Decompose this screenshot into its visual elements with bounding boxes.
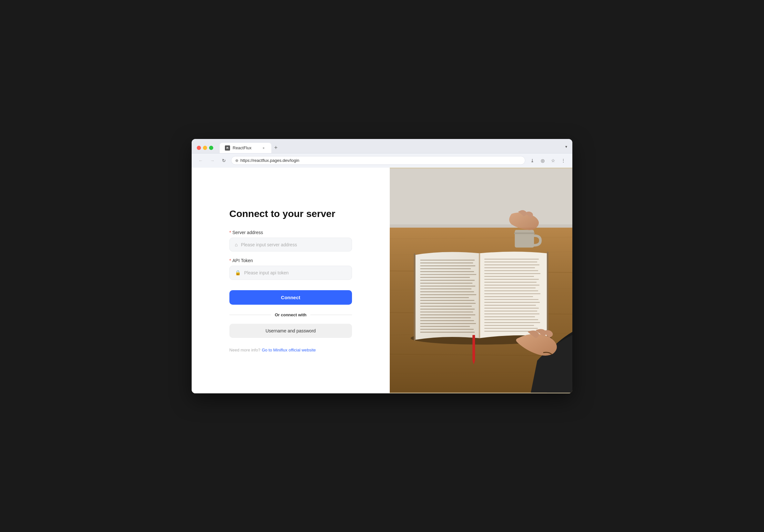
api-token-field: * API Token 🔒	[229, 258, 352, 280]
address-bar[interactable]: ⊕ https://reactflux.pages.dev/login	[231, 156, 525, 165]
svg-rect-47	[484, 282, 536, 282]
svg-rect-53	[484, 299, 538, 300]
svg-rect-55	[484, 305, 536, 305]
form-title: Connect to your server	[229, 208, 352, 219]
svg-rect-43	[484, 270, 538, 271]
url-display: https://reactflux.pages.dev/login	[240, 158, 299, 163]
svg-rect-42	[484, 267, 535, 268]
svg-rect-65	[472, 335, 475, 360]
traffic-light-green[interactable]	[209, 146, 213, 150]
browser-titlebar: R ReactFlux × + ▾	[192, 139, 572, 153]
divider-text: Or connect with	[275, 313, 306, 317]
svg-rect-60	[484, 319, 538, 320]
background-image	[390, 168, 572, 393]
svg-rect-49	[484, 287, 536, 288]
tab-bar: R ReactFlux × +	[220, 143, 563, 153]
lock-icon: 🔒	[235, 270, 241, 276]
svg-rect-63	[484, 328, 538, 329]
svg-rect-45	[484, 276, 534, 277]
api-token-input-wrapper[interactable]: 🔒	[229, 266, 352, 280]
tab-favicon: R	[225, 145, 230, 151]
svg-rect-58	[484, 314, 539, 314]
forward-button[interactable]: →	[208, 156, 217, 165]
server-address-label: * Server address	[229, 230, 352, 235]
tab-close-button[interactable]: ×	[261, 145, 266, 151]
star-icon[interactable]: ☆	[548, 156, 557, 165]
divider-line-right	[310, 315, 352, 315]
username-password-button[interactable]: Username and password	[229, 324, 352, 338]
security-icon: ⊕	[235, 158, 239, 163]
svg-rect-50	[484, 290, 538, 291]
svg-rect-68	[514, 232, 535, 234]
reload-button[interactable]: ↻	[219, 156, 228, 165]
browser-dropdown[interactable]: ▾	[565, 144, 567, 152]
tab-title: ReactFlux	[233, 145, 259, 150]
svg-rect-46	[484, 279, 539, 280]
svg-rect-52	[484, 296, 533, 297]
footer: Need more info? Go to Miniflux official …	[229, 347, 352, 353]
eye-off-icon[interactable]: ◎	[538, 156, 547, 165]
svg-rect-62	[484, 325, 534, 326]
connect-button[interactable]: Connect	[229, 290, 352, 305]
browser-chrome: R ReactFlux × + ▾ ← → ↻ ⊕ https://reactf…	[192, 139, 572, 168]
download-icon[interactable]: ⤓	[528, 156, 537, 165]
required-star-api: *	[229, 258, 231, 263]
new-tab-button[interactable]: +	[271, 144, 281, 153]
svg-rect-69	[390, 168, 572, 228]
login-form-container: Connect to your server * Server address …	[229, 208, 352, 353]
browser-toolbar: ← → ↻ ⊕ https://reactflux.pages.dev/logi…	[192, 153, 572, 168]
svg-rect-44	[484, 273, 540, 274]
back-button[interactable]: ←	[196, 156, 205, 165]
svg-rect-51	[484, 293, 540, 294]
divider-row: Or connect with	[229, 313, 352, 317]
svg-rect-39	[484, 259, 539, 259]
server-address-input[interactable]	[241, 242, 346, 247]
browser-tab-active[interactable]: R ReactFlux ×	[220, 143, 271, 153]
home-icon: ⌂	[235, 242, 238, 247]
traffic-light-red[interactable]	[197, 146, 201, 150]
traffic-lights	[197, 146, 213, 150]
api-token-input[interactable]	[244, 270, 346, 275]
miniflux-link[interactable]: Go to Miniflux official website	[262, 347, 315, 352]
svg-rect-57	[484, 311, 537, 311]
toolbar-actions: ⤓ ◎ ☆ ⋮	[528, 156, 568, 165]
traffic-light-yellow[interactable]	[203, 146, 207, 150]
svg-rect-61	[484, 322, 540, 323]
svg-rect-54	[484, 302, 540, 303]
menu-icon[interactable]: ⋮	[559, 156, 568, 165]
api-token-label: * API Token	[229, 258, 352, 263]
server-address-field: * Server address ⌂	[229, 230, 352, 251]
svg-rect-56	[484, 308, 539, 308]
server-label-text: Server address	[232, 230, 263, 235]
svg-rect-40	[484, 261, 537, 262]
api-label-text: API Token	[232, 258, 253, 263]
photo-scene	[390, 168, 572, 393]
page-content: Connect to your server * Server address …	[192, 168, 572, 393]
footer-text: Need more info?	[229, 347, 260, 352]
photo-panel	[390, 168, 572, 393]
svg-rect-48	[484, 284, 539, 285]
svg-rect-59	[484, 316, 535, 317]
svg-rect-41	[484, 264, 539, 265]
divider-line-left	[229, 315, 271, 315]
server-address-input-wrapper[interactable]: ⌂	[229, 238, 352, 251]
browser-window: R ReactFlux × + ▾ ← → ↻ ⊕ https://reactf…	[192, 139, 572, 393]
required-star-server: *	[229, 230, 231, 235]
login-panel: Connect to your server * Server address …	[192, 168, 390, 393]
